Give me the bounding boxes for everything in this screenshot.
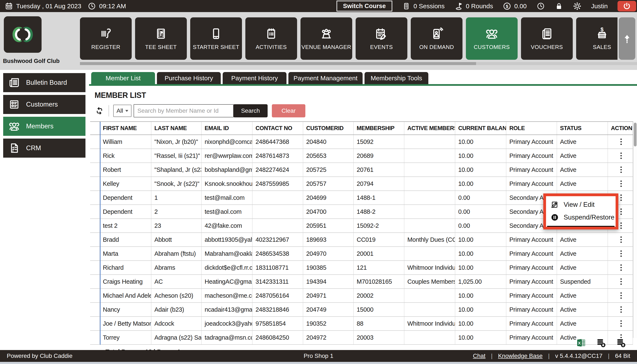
- db-upload-icon[interactable]: [616, 338, 626, 348]
- kebab-menu-icon[interactable]: [619, 193, 623, 202]
- kebab-menu-icon[interactable]: [619, 165, 623, 174]
- cash-group[interactable]: $ 0.00: [503, 2, 526, 10]
- nav-tile-label: TEE SHEET: [145, 44, 177, 50]
- cell-contact: 2486534538: [252, 247, 303, 260]
- kebab-menu-icon[interactable]: [619, 277, 623, 286]
- db-download-icon[interactable]: [596, 338, 606, 348]
- kebab-menu-icon[interactable]: [619, 305, 623, 314]
- kebab-menu-icon[interactable]: [619, 235, 623, 244]
- cell-last-name: AC: [151, 275, 202, 288]
- voucher-icon: [540, 27, 554, 40]
- cell-email: Ksnook.snookhous: [202, 177, 252, 190]
- cell-membership: 88: [354, 317, 404, 330]
- cell-balance: 10.00: [455, 177, 506, 190]
- row-context-menu: View / EditSuspend/Restore: [543, 194, 618, 230]
- club-name: Bushwood Golf Club: [3, 58, 60, 64]
- cell-rownum: [90, 219, 100, 232]
- table-row: William"Nixon, Jr (b20)"nixonphd@comcas2…: [90, 135, 633, 149]
- sidebar-item-members[interactable]: Members: [3, 117, 86, 136]
- table-scrollbar-thumb[interactable]: [634, 123, 636, 146]
- column-header-status: STATUS: [557, 122, 608, 134]
- tab-member-list[interactable]: Member List: [91, 72, 155, 84]
- sidebar-item-crm[interactable]: CRM: [3, 138, 86, 158]
- cell-active-membership: Whitmoor Individu: [404, 317, 455, 330]
- context-menu-item-suspend-restore[interactable]: Suspend/Restore: [547, 211, 614, 224]
- kebab-menu-icon[interactable]: [619, 137, 623, 146]
- power-button[interactable]: [617, 1, 636, 12]
- refresh-icon[interactable]: [95, 106, 104, 116]
- kebab-menu-icon[interactable]: [619, 249, 623, 258]
- tab-membership-tools[interactable]: Membership Tools: [365, 72, 428, 84]
- kebab-menu-icon[interactable]: [619, 319, 623, 328]
- cell-first-name: Richard: [100, 261, 151, 274]
- cell-last-name: "Shapland, Jr (s23)": [151, 163, 202, 176]
- nav-tile-register[interactable]: REGISTER: [80, 17, 132, 60]
- table-scrollbar[interactable]: [633, 122, 637, 338]
- tab-purchase-history[interactable]: Purchase History: [157, 72, 221, 84]
- logged-in-user[interactable]: Justin: [591, 2, 608, 10]
- cell-status: Active: [557, 261, 608, 274]
- cell-email: Mabraham@oakla: [202, 247, 252, 260]
- search-button[interactable]: Search: [233, 104, 268, 118]
- lock-icon[interactable]: [555, 2, 563, 10]
- tiles-scrollbar-thumb[interactable]: [80, 62, 476, 65]
- nav-tile-label: ON DEMAND: [419, 44, 454, 50]
- kebab-menu-icon[interactable]: [619, 179, 623, 188]
- power-icon: [622, 2, 631, 10]
- sessions-group[interactable]: 0 Sessions: [402, 2, 445, 10]
- export-buttons: X: [576, 338, 626, 348]
- nav-tile-venue-manager[interactable]: VENUE MANAGER: [300, 17, 352, 60]
- cell-contact: 2486084250: [252, 331, 303, 344]
- nav-tile-activities[interactable]: ACTIVITIES: [245, 17, 297, 60]
- nav-tile-starter-sheet[interactable]: STARTER SHEET: [190, 17, 242, 60]
- column-header-action: ACTION: [608, 122, 633, 134]
- tab-payment-management[interactable]: Payment Management: [288, 72, 363, 84]
- cell-first-name: Dependent: [100, 191, 151, 204]
- switch-course-button[interactable]: Switch Course: [337, 1, 392, 12]
- tab-payment-history[interactable]: Payment History: [223, 72, 286, 84]
- kebab-menu-icon[interactable]: [619, 291, 623, 300]
- cell-role: Primary Account: [506, 289, 557, 302]
- rounds-group[interactable]: 0 Rounds: [454, 2, 493, 10]
- nav-tile-customers[interactable]: CUSTOMERS: [466, 17, 518, 60]
- search-input[interactable]: [134, 104, 234, 118]
- gear-icon[interactable]: [573, 2, 581, 10]
- sidebar-item-bulletin-board[interactable]: Bulletin Board: [3, 73, 86, 92]
- kebab-menu-icon[interactable]: [619, 263, 623, 272]
- nav-tile-vouchers[interactable]: VOUCHERS: [521, 17, 573, 60]
- cell-status: Active: [557, 149, 608, 162]
- kebab-menu-icon[interactable]: [619, 207, 623, 216]
- people-icon: [485, 27, 499, 40]
- nav-tile-events[interactable]: EVENTS: [356, 17, 407, 60]
- cell-first-name: Michael And Adele: [100, 289, 151, 302]
- cell-rownum: [90, 317, 100, 330]
- module-ribbon: Bushwood Golf Club REGISTERTEE SHEETSTAR…: [0, 12, 637, 70]
- cell-contact: 2487056164: [252, 289, 303, 302]
- cell-customer-id: 190385: [303, 261, 354, 274]
- notepad-icon: [264, 27, 278, 40]
- cell-email: dickdot$e@cfl.rr.c: [202, 261, 252, 274]
- nav-tile-tee-sheet[interactable]: TEE SHEET: [135, 17, 187, 60]
- clear-button[interactable]: Clear: [272, 104, 305, 118]
- cell-action: [608, 261, 633, 274]
- kebab-menu-icon[interactable]: [619, 221, 623, 230]
- context-menu-item-view-edit[interactable]: View / Edit: [547, 198, 614, 211]
- cell-role: Primary Account: [506, 177, 557, 190]
- kebab-menu-icon[interactable]: [619, 151, 623, 160]
- cell-membership: 20002: [354, 289, 404, 302]
- clock-icon[interactable]: [536, 2, 545, 10]
- filter-select[interactable]: All: [113, 105, 131, 117]
- tiles-scrollbar[interactable]: [80, 62, 637, 65]
- nav-tile-on-demand[interactable]: ON DEMAND: [411, 17, 462, 60]
- svg-text:X: X: [578, 341, 581, 345]
- cell-email: HeatingAC@gmail: [202, 275, 252, 288]
- excel-icon[interactable]: X: [576, 338, 586, 348]
- tiles-scroll-up-button[interactable]: [619, 17, 635, 60]
- cell-customer-id: 204970: [303, 247, 354, 260]
- nav-tile-sales[interactable]: $SALES: [576, 17, 617, 60]
- knowledge-base-link[interactable]: Knowledge Base: [498, 352, 543, 359]
- chat-link[interactable]: Chat: [473, 352, 485, 359]
- cell-membership: 20001: [354, 247, 404, 260]
- sidebar-item-customers[interactable]: Customers: [3, 95, 86, 114]
- cell-customer-id: 204700: [303, 205, 354, 218]
